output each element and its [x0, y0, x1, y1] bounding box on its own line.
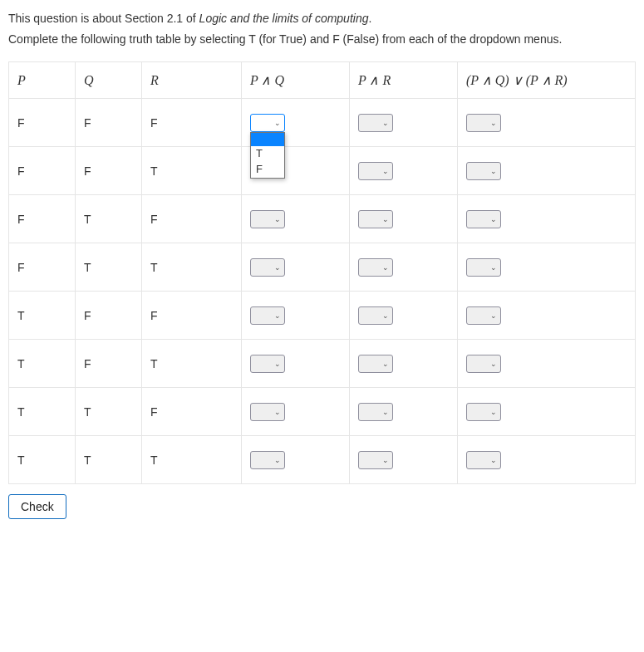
- cell-p: F: [9, 147, 76, 195]
- cell-q: F: [76, 340, 142, 388]
- cell-q: F: [76, 99, 142, 147]
- dropdown-pr[interactable]: [358, 451, 393, 469]
- dropdown-pq[interactable]: [250, 306, 285, 325]
- cell-p: T: [9, 436, 76, 484]
- dropdown-pr[interactable]: [358, 114, 393, 132]
- table-row: T T T ⌄ ⌄ ⌄: [9, 436, 636, 484]
- cell-r: T: [142, 340, 242, 388]
- dropdown-result[interactable]: [466, 114, 501, 132]
- cell-q: F: [76, 292, 142, 340]
- dropdown-pq[interactable]: [250, 403, 285, 421]
- cell-p: T: [9, 388, 76, 436]
- truth-table: P Q R P ∧ Q P ∧ R (P ∧ Q) ∨ (P ∧ R) F F …: [8, 61, 636, 484]
- dropdown-pq[interactable]: [250, 451, 285, 469]
- header-p: P: [9, 62, 76, 99]
- dropdown-options: T F: [250, 132, 285, 179]
- header-pr: P ∧ R: [350, 62, 458, 99]
- cell-r: F: [142, 195, 242, 243]
- cell-q: T: [76, 243, 142, 292]
- cell-r: T: [142, 436, 242, 484]
- cell-p: T: [9, 340, 76, 388]
- cell-r: T: [142, 243, 242, 292]
- check-button[interactable]: Check: [8, 494, 66, 519]
- cell-r: F: [142, 388, 242, 436]
- cell-r: F: [142, 99, 242, 147]
- dropdown-pr[interactable]: [358, 355, 393, 373]
- header-result: (P ∧ Q) ∨ (P ∧ R): [458, 62, 636, 99]
- intro-line1-pre: This question is about Section 2.1 of: [8, 12, 199, 25]
- table-row: F F F ⌄ T F ⌄ ⌄: [9, 99, 636, 147]
- dropdown-result[interactable]: [466, 355, 501, 373]
- option-blank[interactable]: [251, 133, 284, 146]
- cell-q: T: [76, 388, 142, 436]
- cell-r: F: [142, 292, 242, 340]
- option-f[interactable]: F: [251, 162, 284, 178]
- intro-line1-post: .: [368, 12, 371, 25]
- dropdown-pr[interactable]: [358, 403, 393, 421]
- cell-p: T: [9, 292, 76, 340]
- cell-q: F: [76, 147, 142, 195]
- table-row: T F T ⌄ ⌄ ⌄: [9, 340, 636, 388]
- dropdown-pq[interactable]: [250, 355, 285, 373]
- dropdown-result[interactable]: [466, 306, 501, 325]
- header-pq: P ∧ Q: [242, 62, 350, 99]
- intro-line1-em: Logic and the limits of computing: [199, 12, 369, 25]
- table-row: F T F ⌄ ⌄ ⌄: [9, 195, 636, 243]
- dropdown-result[interactable]: [466, 403, 501, 421]
- header-r: R: [142, 62, 242, 99]
- header-q: Q: [76, 62, 142, 99]
- table-row: T T F ⌄ ⌄ ⌄: [9, 388, 636, 436]
- dropdown-pr[interactable]: [358, 258, 393, 277]
- cell-p: F: [9, 195, 76, 243]
- question-intro: This question is about Section 2.1 of Lo…: [8, 8, 636, 50]
- table-row: T F F ⌄ ⌄ ⌄: [9, 292, 636, 340]
- intro-line2: Complete the following truth table by se…: [8, 32, 562, 46]
- dropdown-result[interactable]: [466, 258, 501, 277]
- dropdown-pq[interactable]: [250, 258, 285, 277]
- cell-p: F: [9, 243, 76, 292]
- cell-r: T: [142, 147, 242, 195]
- dropdown-result[interactable]: [466, 162, 501, 180]
- dropdown-pq[interactable]: [250, 210, 285, 228]
- cell-p: F: [9, 99, 76, 147]
- table-row: F T T ⌄ ⌄ ⌄: [9, 243, 636, 292]
- dropdown-pr[interactable]: [358, 210, 393, 228]
- dropdown-result[interactable]: [466, 210, 501, 228]
- dropdown-result[interactable]: [466, 451, 501, 469]
- cell-q: T: [76, 195, 142, 243]
- cell-q: T: [76, 436, 142, 484]
- table-row: F F T ⌄ ⌄: [9, 147, 636, 195]
- dropdown-pq[interactable]: [250, 114, 285, 132]
- option-t[interactable]: T: [251, 146, 284, 162]
- dropdown-pr[interactable]: [358, 306, 393, 325]
- dropdown-pr[interactable]: [358, 162, 393, 180]
